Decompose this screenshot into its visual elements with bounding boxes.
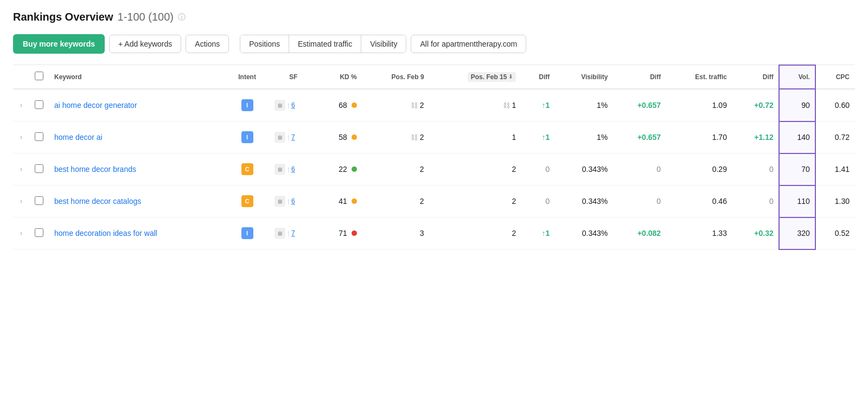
kd-dot — [352, 230, 357, 236]
diff3-value: +1.12 — [754, 133, 773, 142]
sf-number[interactable]: 7 — [291, 133, 295, 141]
sf-number[interactable]: 7 — [291, 229, 295, 237]
est-traffic-cell: 1.70 — [666, 121, 732, 153]
row-expander[interactable]: › — [13, 153, 29, 185]
pos-feb9-cell: 3 — [362, 217, 430, 249]
row-checkbox[interactable] — [35, 100, 43, 109]
col-expand — [13, 65, 29, 89]
diff3-value: 0 — [769, 165, 774, 174]
link-icon: ⛓ — [503, 101, 510, 110]
vol-cell: 320 — [779, 217, 815, 249]
link-icon: ⛓ — [411, 133, 418, 142]
pos-feb9-cell: 2 — [362, 153, 430, 185]
diff3-value: +0.72 — [754, 101, 773, 110]
keyword-link[interactable]: home decoration ideas for wall — [54, 229, 157, 238]
col-diff3: Diff — [732, 65, 779, 89]
row-expander[interactable]: › — [13, 185, 29, 217]
diff3-cell: 0 — [732, 153, 779, 185]
keyword-link[interactable]: home decor ai — [54, 133, 103, 142]
diff1-cell: ↑1 — [521, 121, 555, 153]
kd-cell: 68 — [317, 89, 362, 121]
sf-cell: ⊞ | 6 — [269, 153, 317, 185]
table-header-row: Keyword Intent SF KD % Pos. Feb 9 Pos. F… — [13, 65, 855, 89]
diff2-cell: +0.082 — [613, 217, 666, 249]
col-pos-feb15[interactable]: Pos. Feb 15 ⬇ — [430, 65, 522, 89]
tab-estimated-traffic[interactable]: Estimated traffic — [289, 35, 361, 53]
intent-cell: I — [225, 217, 270, 249]
sf-icon: ⊞ — [275, 228, 285, 239]
visibility-cell: 1% — [555, 121, 613, 153]
intent-cell: I — [225, 121, 270, 153]
pos-feb15-cell: ⛓ 1 — [430, 89, 522, 121]
tab-visibility[interactable]: Visibility — [361, 35, 406, 53]
diff2-cell: 0 — [613, 153, 666, 185]
diff1-value: ↑1 — [542, 101, 550, 110]
pos-feb9-cell: ⛓ 2 — [362, 121, 430, 153]
cpc-cell: 0.72 — [815, 121, 855, 153]
actions-button[interactable]: Actions — [186, 35, 229, 53]
info-icon[interactable]: ⓘ — [178, 12, 186, 22]
vol-cell: 110 — [779, 185, 815, 217]
row-checkbox-cell — [29, 217, 49, 249]
table-row: › best home decor brands C ⊞ | 6 22 2 2 … — [13, 153, 855, 185]
intent-badge: C — [241, 195, 253, 207]
vol-cell: 140 — [779, 121, 815, 153]
intent-cell: C — [225, 185, 270, 217]
sf-number[interactable]: 6 — [291, 165, 295, 173]
visibility-cell: 0.343% — [555, 185, 613, 217]
diff1-value: ↑1 — [542, 133, 550, 142]
row-checkbox[interactable] — [35, 196, 43, 205]
diff2-cell: 0 — [613, 185, 666, 217]
sf-number[interactable]: 6 — [291, 197, 295, 205]
col-intent: Intent — [225, 65, 270, 89]
diff1-cell: ↑1 — [521, 89, 555, 121]
diff3-value: 0 — [769, 197, 774, 206]
col-kd: KD % — [317, 65, 362, 89]
pos-feb15-cell: 2 — [430, 185, 522, 217]
kd-cell: 41 — [317, 185, 362, 217]
keyword-link[interactable]: best home decor catalogs — [54, 197, 141, 206]
col-checkbox — [29, 65, 49, 89]
row-expander[interactable]: › — [13, 121, 29, 153]
diff3-cell: 0 — [732, 185, 779, 217]
col-pos-feb9: Pos. Feb 9 — [362, 65, 430, 89]
row-expander[interactable]: › — [13, 89, 29, 121]
est-traffic-cell: 1.33 — [666, 217, 732, 249]
col-diff2: Diff — [613, 65, 666, 89]
tab-positions[interactable]: Positions — [240, 35, 289, 53]
diff3-cell: +0.32 — [732, 217, 779, 249]
buy-keywords-button[interactable]: Buy more keywords — [13, 34, 105, 54]
col-sf: SF — [269, 65, 317, 89]
diff2-value: 0 — [656, 165, 661, 174]
toolbar: Buy more keywords + Add keywords Actions… — [13, 34, 855, 54]
intent-badge: C — [241, 163, 253, 175]
add-keywords-button[interactable]: + Add keywords — [109, 35, 181, 53]
diff1-value: ↑1 — [542, 229, 550, 238]
keyword-cell: home decor ai — [49, 121, 225, 153]
sf-number[interactable]: 6 — [291, 101, 295, 109]
row-checkbox[interactable] — [35, 164, 43, 173]
select-all-checkbox[interactable] — [35, 72, 43, 80]
table-row: › best home decor catalogs C ⊞ | 6 41 2 … — [13, 185, 855, 217]
keyword-cell: best home decor brands — [49, 153, 225, 185]
diff1-value: 0 — [546, 165, 550, 174]
row-checkbox[interactable] — [35, 132, 43, 141]
page-title: Rankings Overview — [13, 11, 113, 23]
row-expander[interactable]: › — [13, 217, 29, 249]
row-checkbox[interactable] — [35, 228, 43, 237]
pos-feb15-cell: 2 — [430, 153, 522, 185]
keyword-link[interactable]: ai home decor generator — [54, 101, 137, 110]
keyword-link[interactable]: best home decor brands — [54, 165, 136, 174]
tab-all-domain[interactable]: All for apartmenttherapy.com — [411, 35, 526, 53]
cpc-cell: 0.52 — [815, 217, 855, 249]
diff1-cell: ↑1 — [521, 217, 555, 249]
sf-icon: ⊞ — [275, 100, 285, 111]
pos-feb15-sort[interactable]: Pos. Feb 15 ⬇ — [468, 72, 516, 82]
col-visibility: Visibility — [555, 65, 613, 89]
table-row: › home decoration ideas for wall I ⊞ | 7… — [13, 217, 855, 249]
sf-cell: ⊞ | 7 — [269, 121, 317, 153]
rankings-table: Keyword Intent SF KD % Pos. Feb 9 Pos. F… — [13, 65, 855, 249]
est-traffic-cell: 0.29 — [666, 153, 732, 185]
diff3-value: +0.32 — [754, 229, 773, 238]
keyword-cell: home decoration ideas for wall — [49, 217, 225, 249]
